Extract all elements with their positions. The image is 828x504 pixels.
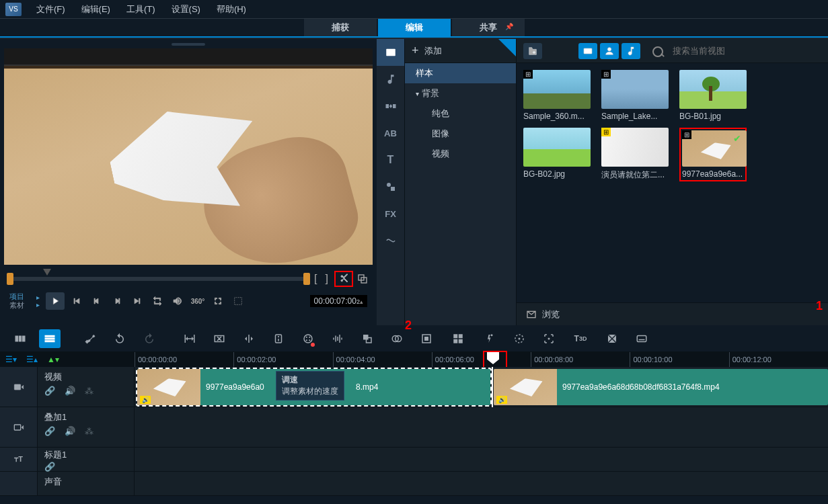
- mute-toggle-icon[interactable]: 🔊: [65, 386, 75, 396]
- chroma-button[interactable]: [601, 329, 623, 348]
- menu-edit[interactable]: 编辑(E): [73, 3, 118, 15]
- split-clip-button[interactable]: [334, 271, 353, 287]
- transitions-tab-icon[interactable]: [377, 93, 404, 120]
- path-tab-icon[interactable]: [377, 227, 404, 254]
- text-tab-icon[interactable]: T: [377, 146, 404, 173]
- fx-tab-icon[interactable]: FX: [377, 200, 404, 227]
- subtitle-button[interactable]: [631, 329, 652, 348]
- titles-tab-icon[interactable]: AB: [377, 120, 404, 146]
- tree-item-solid[interactable]: 纯色: [405, 103, 516, 124]
- timeline-view-button[interactable]: [39, 329, 61, 348]
- link-toggle-icon[interactable]: 🔗: [44, 462, 55, 472]
- svg-rect-13: [22, 335, 26, 341]
- next-frame-button[interactable]: [109, 293, 125, 309]
- preview-video[interactable]: [4, 48, 373, 265]
- library-add-header[interactable]: + 添加 📌: [405, 39, 516, 63]
- track-settings-icon[interactable]: ▲▾: [47, 355, 59, 364]
- library-tree: + 添加 📌 样本 背景 纯色 图像 视频: [405, 39, 517, 325]
- library-item[interactable]: ⊞ Sample_360.m...: [523, 70, 591, 121]
- grid-button[interactable]: [445, 329, 471, 348]
- tab-edit[interactable]: 编辑: [378, 19, 451, 36]
- 360-button[interactable]: 360°: [190, 293, 206, 309]
- audio-button[interactable]: [327, 329, 348, 348]
- library-sidebar: AB T FX: [377, 39, 405, 325]
- annotation-2: 2: [405, 319, 412, 333]
- library-item[interactable]: BG-B01.jpg: [679, 70, 747, 121]
- timeline-ruler[interactable]: ☰▾ ☰▴ ▲▾ 00:00:00:00 00:00:02:00 00:00:0…: [0, 352, 828, 367]
- crop-button[interactable]: [416, 329, 437, 348]
- clip-label[interactable]: 素材: [9, 301, 36, 310]
- media-tab-icon[interactable]: [377, 39, 404, 66]
- redo-button[interactable]: [139, 329, 160, 348]
- panel-handle[interactable]: [172, 43, 205, 46]
- fullscreen-button[interactable]: [210, 293, 226, 309]
- tree-item-sample[interactable]: 样本: [405, 63, 516, 83]
- tree-item-image[interactable]: 图像: [405, 124, 516, 144]
- volume-button[interactable]: [170, 293, 186, 309]
- track-label: 视频: [44, 371, 127, 383]
- library-item[interactable]: ⊞ Sample_Lake...: [601, 70, 669, 121]
- trim-handle-right[interactable]: [303, 273, 310, 285]
- tab-capture[interactable]: 捕获: [304, 19, 377, 36]
- lock-toggle-icon[interactable]: ⁂: [85, 386, 93, 396]
- trim-position-marker[interactable]: [43, 269, 51, 276]
- run-button[interactable]: [479, 329, 500, 348]
- zoom-out-icon[interactable]: ☰▾: [5, 355, 17, 364]
- motion-button[interactable]: [356, 329, 378, 348]
- menu-tools[interactable]: 工具(T): [118, 3, 163, 15]
- timecode-display[interactable]: 00:00:07:002▴: [310, 295, 367, 307]
- track-motion-button[interactable]: [509, 329, 530, 348]
- fit-width-button[interactable]: [179, 329, 200, 348]
- marquee-button[interactable]: [230, 293, 246, 309]
- play-button[interactable]: [46, 292, 65, 310]
- trim-handle-left[interactable]: [7, 273, 13, 285]
- library-item[interactable]: BG-B02.jpg: [523, 128, 591, 181]
- project-label[interactable]: 项目: [9, 292, 36, 301]
- video-clip-2[interactable]: 🔊 9977ea9a9e6a68d68b08df6831a764f8.mp4: [494, 369, 828, 405]
- zoom-in-icon[interactable]: ☰▴: [26, 355, 38, 364]
- prev-frame-button[interactable]: [89, 293, 105, 309]
- storyboard-view-button[interactable]: [9, 329, 31, 348]
- video-track-icon[interactable]: [0, 367, 38, 407]
- split-tool-button[interactable]: [238, 329, 260, 348]
- link-toggle-icon[interactable]: 🔗: [44, 426, 55, 436]
- 3d-title-button[interactable]: T3D: [568, 329, 593, 348]
- mute-toggle-icon[interactable]: 🔊: [65, 426, 75, 436]
- menu-file[interactable]: 文件(F): [28, 3, 73, 15]
- lock-toggle-icon[interactable]: ⁂: [85, 426, 93, 436]
- library-search-input[interactable]: [656, 43, 786, 59]
- overlay-track-icon[interactable]: [0, 407, 38, 447]
- svg-rect-7: [391, 187, 395, 191]
- audio-tab-icon[interactable]: [377, 66, 404, 93]
- link-toggle-icon[interactable]: 🔗: [44, 386, 55, 396]
- filter-video-button[interactable]: [578, 43, 597, 59]
- loop-button[interactable]: [149, 293, 165, 309]
- graphics-tab-icon[interactable]: [377, 173, 404, 200]
- aspect-ratio-button[interactable]: [209, 329, 230, 348]
- title-track-icon[interactable]: ᴛT: [0, 448, 38, 471]
- tree-item-background[interactable]: 背景: [405, 83, 516, 103]
- tab-share[interactable]: 共享: [452, 19, 525, 36]
- overlap-button[interactable]: [355, 271, 370, 286]
- library-item[interactable]: ⊞ 演员请就位第二...: [601, 128, 669, 181]
- mark-in-button[interactable]: [: [310, 273, 321, 285]
- browse-button[interactable]: 浏览: [517, 302, 828, 325]
- menu-settings[interactable]: 设置(S): [163, 3, 209, 15]
- speed-button[interactable]: [268, 329, 289, 348]
- go-end-button[interactable]: [129, 293, 145, 309]
- color-button[interactable]: [297, 329, 319, 348]
- library-item-selected[interactable]: ⊞✔ 9977ea9a9e6a... 1: [679, 128, 747, 181]
- filter-image-button[interactable]: [600, 43, 619, 59]
- mark-out-button[interactable]: ]: [322, 273, 332, 285]
- import-folder-button[interactable]: [523, 43, 542, 59]
- mask-button[interactable]: 2: [386, 329, 408, 348]
- focus-button[interactable]: [538, 329, 560, 348]
- go-start-button[interactable]: [69, 293, 85, 309]
- tree-item-video[interactable]: 视频: [405, 144, 516, 164]
- audio-track-icon[interactable]: [0, 472, 38, 495]
- tools-button[interactable]: [79, 329, 101, 348]
- menu-help[interactable]: 帮助(H): [209, 3, 254, 15]
- undo-button[interactable]: [109, 329, 130, 348]
- filter-audio-button[interactable]: [622, 43, 640, 59]
- trim-track[interactable]: [7, 277, 310, 281]
